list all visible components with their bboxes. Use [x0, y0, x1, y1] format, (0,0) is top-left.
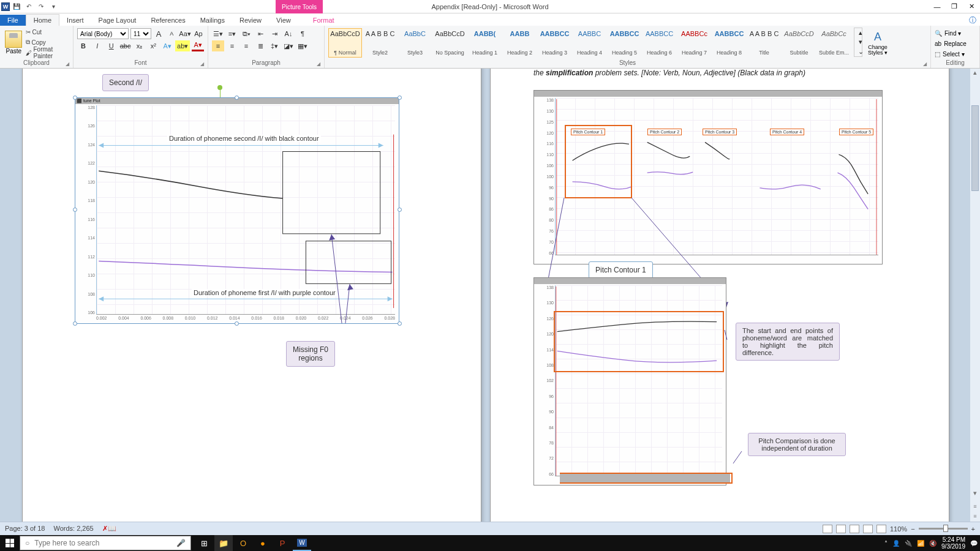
view-outline-button[interactable] [863, 525, 873, 533]
tab-mailings[interactable]: Mailings [193, 15, 232, 26]
decrease-indent-button[interactable]: ⇤ [254, 28, 266, 39]
tab-references[interactable]: References [143, 15, 192, 26]
style-item-heading-1[interactable]: AABB(Heading 1 [468, 28, 502, 58]
powerpoint-icon[interactable]: P [273, 535, 292, 551]
sel-handle[interactable] [235, 96, 239, 100]
font-size-select[interactable]: 11 [130, 28, 151, 39]
tray-power-icon[interactable]: 🔌 [905, 540, 912, 547]
style-item-subtitle[interactable]: AaBbCcDSubtitle [782, 28, 816, 58]
tab-insert[interactable]: Insert [59, 15, 91, 26]
subscript-button[interactable]: x₂ [134, 40, 146, 51]
prev-page-icon[interactable]: ≡ [970, 503, 980, 509]
tab-home[interactable]: Home [26, 14, 59, 26]
tab-page-layout[interactable]: Page Layout [91, 15, 144, 26]
align-left-button[interactable]: ≡ [212, 40, 224, 51]
change-case-button[interactable]: Aa▾ [179, 28, 190, 39]
help-icon[interactable]: ⓘ [969, 15, 976, 26]
numbering-button[interactable]: ≡▾ [226, 28, 238, 39]
italic-button[interactable]: I [91, 40, 104, 51]
start-button[interactable] [0, 535, 20, 551]
status-words[interactable]: Words: 2,265 [53, 525, 93, 533]
highlight-button[interactable]: ab▾ [175, 40, 190, 51]
sel-handle[interactable] [398, 96, 402, 100]
find-button[interactable]: 🔍Find ▾ [935, 28, 976, 38]
tray-volume-icon[interactable]: 🔇 [929, 540, 937, 547]
shading-button[interactable]: ◪▾ [282, 40, 295, 51]
taskbar-search[interactable]: ○ Type here to search 🎤 [20, 536, 191, 550]
qat-undo-icon[interactable]: ↶ [23, 1, 34, 12]
superscript-button[interactable]: x² [147, 40, 159, 51]
style-item-heading-5[interactable]: AABBCCHeading 5 [608, 28, 641, 58]
change-styles-button[interactable]: A Change Styles ▾ [864, 29, 891, 56]
tab-format[interactable]: Format [306, 15, 342, 26]
format-painter-button[interactable]: 🖌Format Painter [26, 48, 69, 58]
style-item-style3[interactable]: AaBbCStyle3 [398, 28, 432, 58]
style-item-subtle-em-[interactable]: AaBbCcSubtle Em... [817, 28, 851, 58]
firefox-icon[interactable]: ● [254, 535, 272, 551]
mic-icon[interactable]: 🎤 [176, 539, 186, 547]
style-item-heading-8[interactable]: AABBCCHeading 8 [712, 28, 746, 58]
borders-button[interactable]: ▦▾ [296, 40, 309, 51]
align-right-button[interactable]: ≡ [240, 40, 252, 51]
file-explorer-icon[interactable]: 📁 [214, 535, 233, 551]
sel-handle[interactable] [73, 96, 77, 100]
strikethrough-button[interactable]: abc [119, 40, 132, 51]
replace-button[interactable]: abReplace [935, 39, 976, 48]
grow-font-button[interactable]: A [153, 28, 164, 39]
tray-wifi-icon[interactable]: 📶 [917, 540, 924, 547]
close-button[interactable]: ✕ [963, 1, 980, 13]
style-item--normal[interactable]: AaBbCcD¶ Normal [328, 28, 362, 58]
minimize-button[interactable]: — [929, 1, 946, 13]
restore-button[interactable]: ❐ [946, 1, 963, 13]
tab-file[interactable]: File [0, 15, 26, 26]
cut-button[interactable]: ✂Cut [26, 27, 69, 37]
status-page[interactable]: Page: 3 of 18 [5, 525, 45, 533]
font-color-button[interactable]: A▾ [192, 40, 204, 51]
view-fullscreen-button[interactable] [836, 525, 846, 533]
qat-redo-icon[interactable]: ↷ [36, 1, 47, 12]
style-item-heading-2[interactable]: AABBHeading 2 [503, 28, 537, 58]
align-center-button[interactable]: ≡ [226, 40, 238, 51]
font-dialog-launcher-icon[interactable]: ◢ [200, 61, 206, 67]
tab-review[interactable]: Review [232, 15, 269, 26]
tab-view[interactable]: View [269, 15, 298, 26]
scroll-down-icon[interactable]: ▾ [970, 489, 980, 497]
sel-handle[interactable] [73, 321, 77, 326]
style-item-no-spacing[interactable]: AaBbCcDNo Spacing [433, 28, 467, 58]
vertical-scrollbar[interactable]: ▴ ▾ ≡ ≡ [970, 69, 980, 522]
paste-button[interactable]: Paste [4, 31, 24, 54]
scroll-up-icon[interactable]: ▴ [970, 69, 980, 77]
zoom-value[interactable]: 110% [890, 525, 907, 533]
sel-handle[interactable] [398, 208, 402, 212]
tray-up-icon[interactable]: ˄ [884, 540, 888, 547]
styles-dialog-launcher-icon[interactable]: ◢ [923, 61, 929, 67]
style-item-style2[interactable]: A A B B CStyle2 [363, 28, 397, 58]
status-proof-icon[interactable]: ✗📖 [102, 525, 116, 533]
tray-notifications-icon[interactable]: 💬 [970, 540, 978, 547]
zoom-in-button[interactable]: + [971, 525, 975, 533]
underline-button[interactable]: U [105, 40, 118, 51]
scroll-thumb[interactable] [971, 105, 979, 191]
zoom-slider[interactable] [919, 528, 968, 530]
increase-indent-button[interactable]: ⇥ [268, 28, 281, 39]
clear-formatting-button[interactable]: Aр [193, 28, 204, 39]
multilevel-button[interactable]: ⧉▾ [240, 28, 252, 39]
paragraph-dialog-launcher-icon[interactable]: ◢ [317, 61, 323, 67]
font-family-select[interactable]: Arial (Body) [77, 28, 129, 39]
line-spacing-button[interactable]: ‡▾ [268, 40, 281, 51]
style-item-heading-7[interactable]: AABBCcHeading 7 [677, 28, 711, 58]
style-item-heading-6[interactable]: AABBCCHeading 6 [643, 28, 676, 58]
task-view-icon[interactable]: ⊞ [195, 535, 213, 551]
chart-left[interactable]: ⬛ tune Plot 1281261241221201181161141121… [75, 97, 399, 324]
sel-handle[interactable] [73, 208, 77, 212]
justify-button[interactable]: ≣ [254, 40, 266, 51]
sel-handle[interactable] [235, 321, 239, 326]
sort-button[interactable]: A↓ [282, 28, 295, 39]
word-taskbar-icon[interactable]: W [293, 535, 311, 551]
bold-button[interactable]: B [77, 40, 89, 51]
rotation-handle-icon[interactable] [217, 85, 222, 90]
styles-gallery[interactable]: AaBbCcD¶ NormalA A B B CStyle2AaBbCStyle… [328, 27, 851, 58]
outlook-icon[interactable]: O [234, 535, 252, 551]
zoom-out-button[interactable]: − [911, 525, 914, 533]
qat-customize-icon[interactable]: ▾ [48, 1, 59, 12]
